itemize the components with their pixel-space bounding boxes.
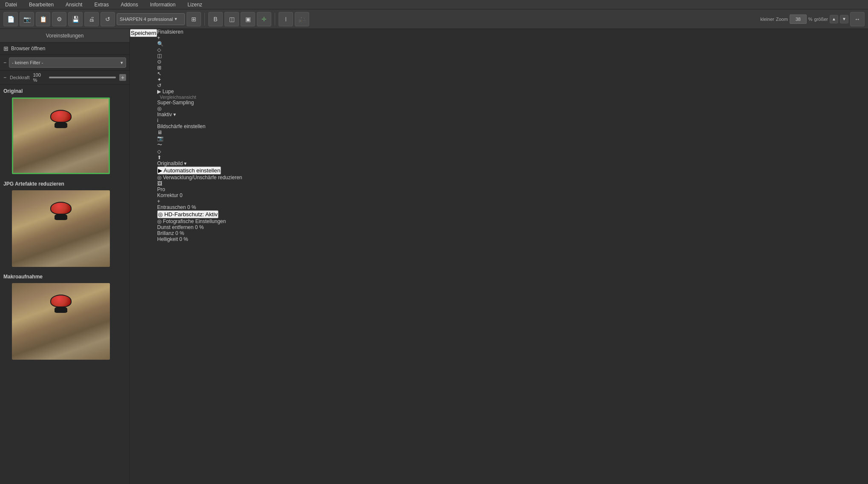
super-sampling-info-btn[interactable]: i: [157, 117, 242, 123]
preset-original-label: Original: [3, 88, 126, 94]
rt-zoom-btn[interactable]: 🔍: [157, 41, 242, 47]
opacity-label: Deckkraft: [10, 75, 29, 80]
zoom-smaller-label: kleiner: [760, 17, 774, 22]
lupe-title: Lupe: [162, 89, 174, 95]
photo-settings-section: ◎ Fotografische Einstellungen Dunst entf…: [157, 218, 242, 242]
rt-wand-btn[interactable]: ✦: [157, 77, 242, 83]
korrektur-plus-btn[interactable]: +: [157, 198, 242, 204]
refresh-btn[interactable]: ↺: [101, 12, 115, 26]
brillanz-label: Brillanz: [157, 230, 174, 236]
sharp-btn-diamond[interactable]: ◇: [157, 149, 242, 155]
blur-btn-active[interactable]: 🖼: [157, 180, 242, 186]
super-sampling-dropdown[interactable]: Inaktiv ▾: [157, 112, 242, 117]
sharp-btn-arrow[interactable]: ⬆: [157, 155, 242, 160]
preset-thumbnail-jpg[interactable]: [12, 190, 110, 267]
cam-btn[interactable]: 🎥: [295, 12, 309, 26]
view-btn2[interactable]: ◫: [224, 12, 239, 26]
save-file-btn[interactable]: 💾: [68, 12, 83, 26]
preset-jpg-label: JPG Artefakte reduzieren: [3, 181, 126, 187]
transform-btn[interactable]: ⊞: [187, 12, 201, 26]
menu-bar: Datei Bearbeiten Ansicht Extras Addons I…: [0, 0, 868, 9]
super-sampling-value: Inaktiv: [157, 112, 172, 117]
menu-extras[interactable]: Extras: [92, 1, 110, 9]
minus-opacity-icon: −: [3, 74, 6, 80]
open-file-btn[interactable]: 📄: [3, 12, 18, 26]
print-btn[interactable]: 🖨: [84, 12, 99, 26]
save-label: Speichern: [131, 30, 156, 36]
zoom-input[interactable]: [790, 14, 807, 24]
auto-sharpen-btn[interactable]: ▶ Automatisch einstellen: [157, 166, 221, 175]
menu-lizenz[interactable]: Lizenz: [186, 1, 204, 9]
filter-dropdown[interactable]: - keinen Filter - ▾: [9, 57, 126, 68]
zoom-larger-label: größer: [814, 17, 828, 22]
dots-btn[interactable]: ⁞: [279, 12, 293, 26]
source-dropdown[interactable]: Originalbild ▾: [157, 160, 242, 166]
blur-icon: ◎: [157, 175, 161, 180]
dunst-slider-row: Dunst entfernen 0 %: [157, 224, 242, 230]
crosshair-btn[interactable]: ✛: [257, 12, 271, 26]
super-sampling-title: Super-Sampling: [157, 100, 242, 106]
view-btn3[interactable]: ▣: [241, 12, 255, 26]
save-button[interactable]: Speichern: [130, 29, 157, 37]
lupe-collapse-icon[interactable]: ▶: [157, 89, 161, 95]
entrauschen-unit: %: [192, 204, 196, 210]
menu-datei[interactable]: Datei: [3, 1, 19, 9]
preset-item-makro: Makroaufnahme: [3, 274, 126, 360]
rt-compare-btn[interactable]: ◫: [157, 53, 242, 59]
sharp-btn-monitor[interactable]: 🖥: [157, 129, 242, 135]
zoom-unit: %: [808, 17, 813, 22]
entrauschen-value: 0: [187, 204, 190, 210]
blur-buttons: 🖼 Pro: [157, 180, 242, 192]
sharpness-section: Bildschärfe einstellen 🖥 📷 〜 ◇ ⬆ Origina…: [157, 123, 242, 175]
source-label: Originalbild: [157, 160, 183, 166]
helligkeit-slider-row: Helligkeit 0 %: [157, 236, 242, 242]
zoom-up-btn[interactable]: ▲: [830, 15, 838, 23]
super-sampling-section: Super-Sampling ◎ Inaktiv ▾ i: [157, 100, 242, 123]
filter-row: − - keinen Filter - ▾: [0, 55, 129, 71]
rt-add-btn[interactable]: +: [157, 35, 242, 41]
plugin-dropdown[interactable]: SHARPEN 4 professional ▾: [117, 13, 185, 25]
browser-open-btn[interactable]: Browser öffnen: [11, 46, 46, 52]
finalize-title: Finalisieren: [157, 29, 183, 35]
rt-grid-btn[interactable]: ⊞: [157, 65, 242, 71]
copy-btn[interactable]: 📋: [36, 12, 50, 26]
right-panel: Finalisieren + 🔍 ◇ ◫ ⊙ ⊞ ↖ ✦ ↺ ▶ Lupe Ve…: [157, 29, 242, 484]
korrektur-value: 0: [180, 192, 183, 198]
settings-btn[interactable]: ⚙: [52, 12, 66, 26]
auto-icon: ▶: [158, 167, 162, 174]
hd-label: HD-Farbschutz: Aktiv: [164, 211, 218, 218]
add-preset-btn[interactable]: +: [119, 74, 126, 81]
opacity-value: 100 %: [33, 72, 46, 83]
preset-thumbnail-original[interactable]: [12, 97, 110, 174]
toolbar: 📄 📷 📋 ⚙ 💾 🖨 ↺ SHARPEN 4 professional ▾ ⊞…: [0, 9, 868, 29]
entrauschen-label: Entrauschen: [157, 204, 186, 210]
menu-ansicht[interactable]: Ansicht: [64, 1, 84, 9]
menu-information[interactable]: Information: [148, 1, 177, 9]
preset-thumbnail-makro[interactable]: [12, 283, 110, 360]
super-sampling-chevron-icon: ▾: [173, 112, 176, 117]
sharp-btn-wave[interactable]: 〜: [157, 141, 242, 149]
right-toolbar: + 🔍 ◇ ◫ ⊙ ⊞ ↖ ✦ ↺: [157, 35, 242, 89]
rt-cursor-btn[interactable]: ↖: [157, 71, 242, 77]
zoom-down-btn[interactable]: ▼: [840, 15, 848, 23]
opacity-slider[interactable]: [49, 77, 116, 78]
zoom-label: Zoom: [776, 17, 788, 22]
sharpness-title: Bildschärfe einstellen: [157, 123, 242, 129]
blur-reduce-section: ◎ Verwacklung/Unschärfe reduzieren 🖼 Pro…: [157, 175, 242, 218]
camera-btn[interactable]: 📷: [20, 12, 34, 26]
dunst-label: Dunst entfernen: [157, 224, 193, 230]
rt-diamond-btn[interactable]: ◇: [157, 47, 242, 53]
helligkeit-unit: %: [184, 236, 188, 242]
chevron-down-icon: ▾: [175, 16, 177, 22]
rt-circle-btn[interactable]: ⊙: [157, 59, 242, 65]
sharp-btn-camera[interactable]: 📷: [157, 135, 242, 141]
separator-2: [275, 13, 275, 26]
view-btn1[interactable]: B: [208, 12, 223, 26]
menu-bearbeiten[interactable]: Bearbeiten: [27, 1, 55, 9]
super-sampling-row: ◎ Inaktiv ▾ i: [157, 106, 242, 123]
canvas-area: Speichern: [130, 29, 157, 484]
fit-btn[interactable]: ↔: [850, 12, 865, 26]
menu-addons[interactable]: Addons: [119, 1, 140, 9]
rt-refresh-btn[interactable]: ↺: [157, 83, 242, 89]
hd-color-btn[interactable]: ◎ HD-Farbschutz: Aktiv: [157, 210, 218, 218]
